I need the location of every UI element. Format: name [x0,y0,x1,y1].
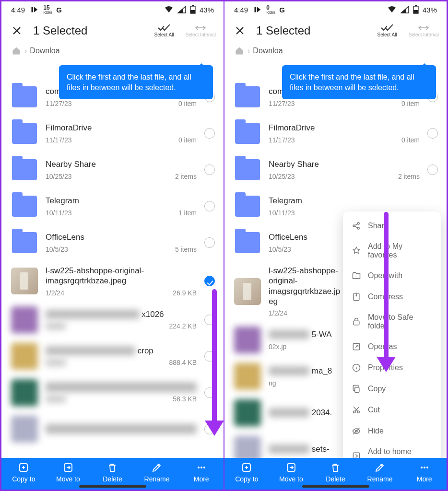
list-item[interactable]: Nearby Share 10/25/232 items [1,152,224,188]
chevron-right-icon: › [248,47,250,55]
svg-point-6 [198,467,200,468]
more-button[interactable]: More [179,462,224,483]
list-item[interactable]: FilmoraDrive 11/17/230 item [1,115,224,152]
select-radio[interactable] [204,351,215,362]
home-icon[interactable] [11,46,22,56]
rename-button[interactable]: Rename [358,462,402,483]
select-all-button[interactable]: Select All [154,23,174,37]
breadcrumb-folder[interactable]: Downloa [253,47,283,55]
svg-point-21 [354,411,355,413]
list-item[interactable]: OfficeLens 10/5/235 items [1,224,224,261]
move-to-button[interactable]: Move to [269,462,314,483]
status-icon [29,4,39,15]
select-radio[interactable] [204,201,215,211]
net-speed: 15KB/s [43,5,52,15]
svg-rect-12 [415,5,417,6]
menu-favorites[interactable]: Add to My favorites [343,236,441,265]
home-icon[interactable] [234,46,245,56]
signal-icon [177,6,186,13]
wifi-icon [387,6,397,13]
select-interval-button[interactable]: Select Interval [186,23,216,37]
rename-button[interactable]: Rename [135,462,179,483]
svg-point-7 [200,467,202,468]
status-bar: 4:49 0KB/s G 43% [224,1,447,18]
menu-properties[interactable]: Properties [343,357,441,378]
image-thumbnail [11,416,38,443]
nav-pill[interactable] [79,485,146,488]
list-item[interactable]: l-sw225-abshoppe-original-imagsrgqrtrkbz… [1,261,224,302]
close-icon[interactable] [234,25,246,36]
list-item[interactable]: xxxxxxxxxxxxxxxxxxxxx [1,411,224,443]
selection-count: 1 Selected [33,24,154,37]
select-radio[interactable] [204,276,215,286]
select-interval-button[interactable]: Select Interval [409,23,439,37]
menu-safe-folder[interactable]: Move to Safe folder [343,307,441,336]
image-thumbnail [11,306,38,333]
selection-count: 1 Selected [256,24,377,37]
folder-icon [235,86,260,107]
status-bar: 4:49 15KB/s G 43% [1,1,224,18]
battery-pct: 43% [423,6,437,14]
menu-compress[interactable]: Compress [343,286,441,307]
list-item[interactable]: Nearby Share10/25/232 items [224,152,447,188]
nav-pill[interactable] [302,485,369,488]
breadcrumb[interactable]: › Downloa [1,46,224,58]
battery-pct: 43% [200,6,214,14]
select-radio[interactable] [204,387,215,398]
folder-icon [235,159,260,180]
folder-icon [12,86,37,107]
svg-point-27 [421,467,423,468]
menu-open-as[interactable]: Open as [343,336,441,357]
delete-button[interactable]: Delete [90,462,135,483]
select-interval-tooltip: Click the first and the last file, and a… [59,65,213,99]
more-menu: Share Add to My favorites Open with Comp… [343,211,441,474]
folder-icon [12,159,37,180]
svg-rect-3 [192,5,194,6]
select-radio[interactable] [427,128,438,139]
more-button[interactable]: More [402,462,447,483]
clock: 4:49 [11,6,25,14]
menu-share[interactable]: Share [343,215,441,236]
select-radio[interactable] [204,128,215,139]
folder-icon [235,196,260,217]
list-item[interactable]: xxxxxxxxxxxxxxxxx xxxxxx58.3 KB [1,374,224,411]
copy-to-button[interactable]: Copy to [224,462,269,483]
image-thumbnail [11,343,38,370]
folder-icon [235,123,260,144]
clock: 4:49 [234,6,248,14]
image-thumbnail [11,379,38,406]
net-speed: 0KB/s [266,5,275,15]
svg-point-29 [426,467,428,468]
screenshot-right: 4:49 0KB/s G 43% 1 Selected Select All S… [224,0,448,491]
status-icon [252,4,262,15]
chevron-right-icon: › [24,47,27,55]
select-radio[interactable] [427,164,438,175]
folder-icon [12,123,37,144]
file-list: composeCache 11/27/230 item FilmoraDrive… [1,58,224,481]
menu-copy[interactable]: Copy [343,378,441,399]
select-radio[interactable] [204,164,215,175]
breadcrumb-folder[interactable]: Downloa [30,47,59,55]
close-icon[interactable] [11,25,23,36]
select-radio[interactable] [204,237,215,248]
image-thumbnail [11,268,38,294]
folder-icon [12,232,37,253]
menu-open-with[interactable]: Open with [343,265,441,286]
move-to-button[interactable]: Move to [46,462,91,483]
svg-point-28 [424,467,425,468]
select-radio[interactable] [204,424,215,434]
select-radio[interactable] [204,315,215,325]
list-item[interactable]: xxxxxxxxxxxxxxxxxxxxxxx x1026 xxxxxx224.… [1,302,224,338]
menu-cut[interactable]: Cut [343,399,441,421]
list-item[interactable]: xxxxxxxxxxxxxxxxxxxxxx crop xxxxxx888.4 … [1,338,224,374]
delete-button[interactable]: Delete [313,462,358,483]
selection-header: 1 Selected Select All Select Interval [224,18,447,46]
svg-rect-11 [413,10,418,13]
svg-point-8 [203,467,205,468]
select-all-button[interactable]: Select All [377,23,397,37]
copy-to-button[interactable]: Copy to [1,462,46,483]
menu-hide[interactable]: Hide [343,421,441,442]
list-item[interactable]: FilmoraDrive11/17/230 item [224,115,447,152]
breadcrumb[interactable]: › Downloa [224,46,447,58]
list-item[interactable]: Telegram 10/11/231 item [1,188,224,224]
